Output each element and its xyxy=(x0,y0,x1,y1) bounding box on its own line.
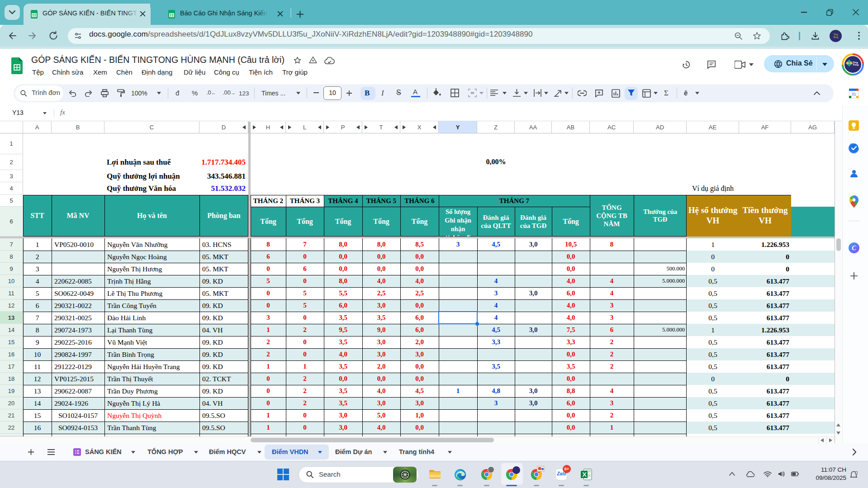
svg-text:31: 31 xyxy=(851,92,856,96)
svg-text:C: C xyxy=(852,245,856,251)
